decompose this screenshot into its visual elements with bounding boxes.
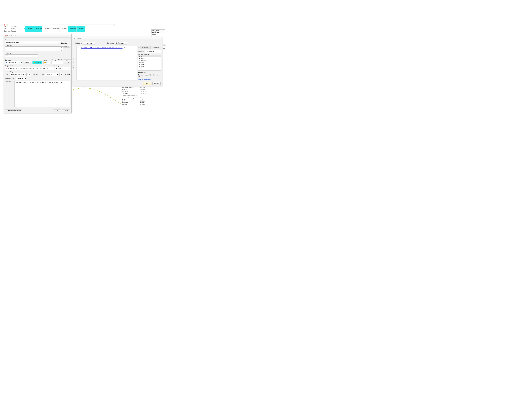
chevron-down-icon[interactable]: ▾ bbox=[48, 62, 49, 63]
functions-panel: >> Functions Operators Category: All fun… bbox=[138, 46, 161, 80]
choose-function-label: Choose function: bbox=[138, 53, 161, 55]
grid-cell[interactable]: 52,00000 bbox=[51, 26, 59, 32]
tab-functions[interactable]: Functions bbox=[140, 46, 151, 49]
list-item[interactable]: AddToMatrix bbox=[138, 59, 161, 62]
rule-settings-label: Rule settings bbox=[5, 71, 70, 73]
icon-label: Icon: bbox=[43, 59, 50, 61]
periods-label: periods bbox=[65, 74, 70, 75]
security-button[interactable]: Security... bbox=[59, 42, 70, 44]
panel-row[interactable]: Name bbox=[151, 33, 165, 36]
start-period-label: Start period: bbox=[75, 42, 83, 44]
list-item[interactable]: Abs bbox=[138, 55, 161, 57]
from-select[interactable]: Beginning of data +/- bbox=[10, 73, 27, 76]
row-units: Units bbox=[18, 26, 23, 32]
icon-select[interactable]: 🔍 ▾ bbox=[43, 61, 50, 64]
cancel-button[interactable]: Cancel bbox=[62, 109, 70, 112]
format-button[interactable]: Format... bbox=[24, 61, 31, 64]
description-textarea[interactable] bbox=[5, 47, 63, 52]
expand-icon[interactable]: >> bbox=[138, 47, 140, 48]
help-link[interactable]: Help on this function bbox=[138, 79, 161, 80]
grid-cell[interactable]: 46,00000 bbox=[25, 26, 34, 32]
formula-editor-icon[interactable]: ƒₓ bbox=[12, 81, 13, 83]
stat-value: Units bbox=[140, 99, 151, 101]
to-offset-spinner[interactable]: ▲▼ bbox=[59, 73, 64, 76]
list-item[interactable]: ARIMA bbox=[138, 62, 161, 64]
end-period-select[interactable]: Default date bbox=[115, 41, 127, 44]
statistics-panel: Standard deviation4,50397 Variance20,285… bbox=[122, 86, 151, 105]
stat-value: 4,50397 bbox=[140, 87, 151, 88]
row-header-1: 20 or more years of service.A bbox=[4, 26, 11, 32]
chevron-down-icon[interactable]: ▾ bbox=[21, 62, 22, 63]
grid-cell[interactable]: 51,00000 bbox=[59, 26, 68, 32]
frequency-select[interactable]: Annual bbox=[55, 67, 70, 70]
stat-label: End date bbox=[122, 93, 140, 94]
clipped-tab[interactable]: nition bbox=[163, 44, 165, 47]
selection-metadata-tab[interactable]: Selection / Metadata bbox=[73, 45, 76, 81]
grid-cell[interactable]: 43,00000 bbox=[76, 26, 85, 32]
stat-label: Kurtosis bbox=[122, 103, 140, 105]
stat-label: Standard deviation bbox=[122, 87, 140, 88]
formula-textarea[interactable]: Percent staff with 20 or more years of s… bbox=[14, 81, 70, 107]
data-grid-row: 20 or more years of service.A with 20 or… bbox=[4, 26, 85, 32]
row-header-2: with 20 or more years of service bbox=[11, 26, 18, 32]
end-period-label: End period: bbox=[107, 42, 114, 44]
name-label: Name: bbox=[5, 39, 70, 41]
stat-label: Start date bbox=[122, 91, 140, 92]
scrollbar-icon[interactable]: ▲▼ bbox=[61, 47, 63, 52]
row-swatch bbox=[23, 26, 25, 32]
grid-cell[interactable]: 49,00000 bbox=[34, 26, 42, 32]
list-item[interactable]: AddTail bbox=[138, 57, 161, 59]
close-icon[interactable]: ✕ bbox=[69, 35, 70, 37]
formula-editor[interactable]: >> Percent staff with 20 or more years o… bbox=[76, 46, 138, 80]
severity-select[interactable]: Informational 🔍 ▾ bbox=[5, 61, 23, 64]
panel-tab[interactable]: Time series definitions bbox=[151, 29, 165, 33]
info-icon bbox=[6, 62, 7, 63]
grid-cell[interactable]: 48,00000 bbox=[68, 26, 76, 32]
change-cell-input[interactable] bbox=[51, 61, 63, 64]
formula-label: Formula: bbox=[5, 81, 11, 83]
start-period-select[interactable]: Default date bbox=[83, 41, 95, 44]
ok-button[interactable]: OK bbox=[143, 82, 151, 85]
grid-cell[interactable]: 57,00000 bbox=[42, 26, 51, 32]
list-item[interactable]: AvgLast bbox=[138, 66, 161, 68]
formula-icon: ▦ bbox=[74, 38, 75, 40]
function-listbox[interactable]: Abs AddTail AddToMatrix ARIMA Average Av… bbox=[138, 55, 161, 71]
cancel-button[interactable]: Cancel bbox=[153, 82, 161, 85]
validation-type-label: Validation type: bbox=[5, 78, 15, 79]
example-chip: Example bbox=[32, 61, 42, 64]
mac-traffic-lights bbox=[4, 25, 8, 26]
category-select[interactable]: All functions bbox=[145, 50, 161, 53]
function-description: Returns the absolute value of an input. bbox=[138, 74, 161, 77]
dialog-title: Formula bbox=[76, 38, 81, 39]
stat-label: Number of missing values bbox=[122, 97, 140, 99]
delete-icon[interactable]: ✕ bbox=[6, 67, 7, 69]
list-item[interactable]: ButtSplice bbox=[138, 70, 161, 71]
tab-operators[interactable]: Operators bbox=[151, 46, 161, 49]
set-comparison-button[interactable]: Set comparison series bbox=[5, 109, 22, 112]
list-item[interactable]: Bpf bbox=[138, 68, 161, 70]
stat-value: 01.01.2010 bbox=[140, 91, 151, 92]
expand-icon[interactable]: >> bbox=[78, 47, 79, 49]
stat-label: Skewness bbox=[122, 101, 140, 103]
clipped-tab[interactable]: ation bbox=[163, 47, 165, 50]
frequency-label: Frequency: bbox=[52, 65, 59, 67]
search-icon[interactable]: 🔍 bbox=[19, 62, 21, 63]
calendar-icon: 📅 bbox=[5, 35, 7, 37]
to-select[interactable]: End of data +/- bbox=[45, 73, 59, 76]
close-icon[interactable]: ✕ bbox=[159, 37, 161, 40]
from-offset-spinner[interactable]: ▲▼ bbox=[28, 73, 32, 76]
search-icon[interactable]: 🔍 bbox=[46, 62, 48, 63]
from-label: From bbox=[5, 74, 9, 75]
name-input[interactable] bbox=[5, 41, 63, 44]
validation-type-select[interactable]: Observation bbox=[16, 77, 26, 80]
clear-format-button[interactable]: Clear format bbox=[64, 60, 71, 64]
to-label: to bbox=[43, 74, 44, 75]
stat-value: 0 bbox=[140, 97, 151, 99]
stat-value: 0,37275 bbox=[140, 101, 151, 103]
stat-label: Variance bbox=[122, 89, 140, 90]
rule-type-select[interactable]: Custom analysis bbox=[5, 54, 38, 57]
function-signature: Abs (Input) bbox=[138, 72, 146, 73]
line-chart bbox=[73, 86, 121, 105]
ok-button[interactable]: OK bbox=[53, 109, 61, 112]
list-item[interactable]: Average bbox=[138, 64, 161, 66]
